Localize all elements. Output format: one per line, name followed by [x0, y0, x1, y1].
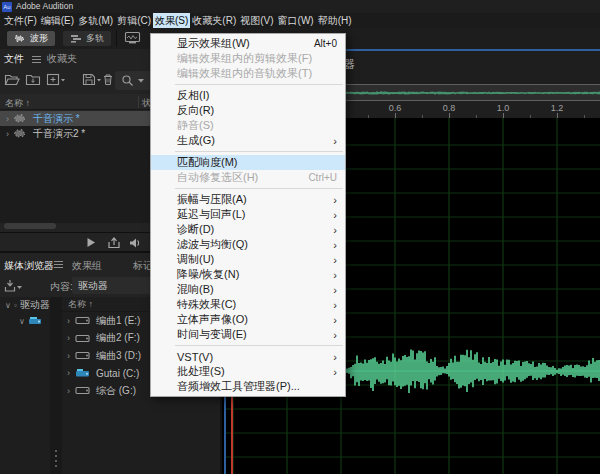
menu-item[interactable]: 立体声声像(O)› [151, 312, 345, 327]
menu-item[interactable]: 批处理(S)› [151, 364, 345, 379]
import-file-icon[interactable] [25, 73, 41, 86]
submenu-arrow-icon: › [333, 240, 337, 250]
drive-icon [75, 368, 90, 379]
menu-item-label: 匹配响度(M) [177, 155, 238, 170]
multitrack-view-button[interactable]: 多轨 [63, 31, 111, 46]
expand-chevron-icon[interactable]: › [67, 351, 70, 361]
menubar-item[interactable]: 视图(V) [238, 13, 275, 28]
menu-bar: 文件(F)编辑(E)多轨(M)剪辑(C)效果(S)收藏夹(R)视图(V)窗口(W… [0, 13, 600, 28]
submenu-arrow-icon: › [333, 210, 337, 220]
tab-media-browser[interactable]: 媒体浏览器 [4, 259, 54, 273]
submenu-arrow-icon: › [333, 300, 337, 310]
menu-item-label: 调制(U) [177, 252, 214, 267]
menu-item[interactable]: 匹配响度(M) [151, 155, 345, 170]
menubar-item[interactable]: 剪辑(C) [115, 13, 153, 28]
menu-item[interactable]: 自动修复选区(H)Ctrl+U [151, 170, 345, 185]
tab-effects-rack[interactable]: 效果组 [72, 259, 102, 273]
tab-files[interactable]: 文件 [4, 52, 24, 66]
open-file-icon[interactable] [4, 73, 20, 86]
expand-chevron-icon[interactable]: › [67, 333, 70, 343]
menu-item-label: 延迟与回声(L) [177, 207, 245, 222]
import-tray-icon[interactable] [4, 279, 24, 293]
drive-name: 编曲2 (F:) [96, 331, 140, 345]
file-name: 千音演示2 * [33, 127, 85, 141]
menu-item[interactable]: 生成(G)› [151, 133, 345, 148]
menu-item[interactable]: 混响(B)› [151, 282, 345, 297]
files-panel-tabs: 文件 收藏夹 [4, 52, 77, 66]
menu-item[interactable]: 特殊效果(C)› [151, 297, 345, 312]
panel-splitter[interactable] [50, 297, 62, 474]
menu-item[interactable]: 调制(U)› [151, 252, 345, 267]
drive-icon [75, 333, 90, 344]
menu-item[interactable]: 延迟与回声(L)› [151, 207, 345, 222]
menu-separator [175, 188, 343, 189]
expand-chevron-icon[interactable]: › [6, 114, 9, 124]
menu-item-label: 生成(G) [177, 133, 215, 148]
menu-item[interactable]: 反相(I) [151, 88, 345, 103]
menu-item[interactable]: 音频增效工具管理器(P)... [151, 379, 345, 394]
menu-item[interactable]: 静音(S) [151, 118, 345, 133]
menu-item-label: 振幅与压限(A) [177, 192, 247, 207]
menu-item[interactable]: 降噪/恢复(N)› [151, 267, 345, 282]
export-button[interactable] [107, 237, 121, 249]
save-icon[interactable] [82, 73, 102, 86]
menubar-item[interactable]: 编辑(E) [39, 13, 76, 28]
menubar-item[interactable]: 多轨(M) [76, 13, 115, 28]
sort-asc-icon: ↑ [89, 299, 94, 309]
column-divider[interactable] [138, 96, 139, 108]
drive-icon [75, 385, 90, 396]
tree-expand-icon[interactable]: ∨ [5, 301, 11, 310]
audio-file-icon [13, 128, 27, 139]
expand-chevron-icon[interactable]: › [6, 129, 9, 139]
menu-item-label: 编辑效果组内的音轨效果(T) [177, 66, 312, 81]
submenu-arrow-icon: › [333, 136, 337, 146]
ruler-time-label: 1.0 [497, 103, 510, 113]
menu-item-label: 反相(I) [177, 88, 209, 103]
tree-item-drives[interactable]: ∨ 驱动器 [0, 297, 50, 313]
expand-chevron-icon[interactable]: › [67, 386, 70, 396]
submenu-arrow-icon: › [333, 367, 337, 377]
tab-favorites[interactable]: 收藏夹 [47, 52, 77, 66]
menubar-item[interactable]: 收藏夹(R) [190, 13, 238, 28]
drive-name: Gutai (C:) [96, 368, 139, 379]
menubar-item[interactable]: 文件(F) [2, 13, 39, 28]
search-dropdown-caret-icon [137, 78, 145, 84]
tree-expand-icon[interactable]: ∨ [19, 317, 25, 326]
menubar-item[interactable]: 效果(S) [153, 13, 190, 28]
new-item-icon[interactable] [46, 73, 66, 86]
window-title: Adobe Audition [16, 1, 73, 12]
menu-item[interactable]: 振幅与压限(A)› [151, 192, 345, 207]
menu-item[interactable]: 反向(R) [151, 103, 345, 118]
menu-item[interactable]: VST(V)› [151, 349, 345, 364]
menu-item[interactable]: 编辑效果组内的音轨效果(T) [151, 66, 345, 81]
expand-chevron-icon[interactable]: › [67, 368, 70, 378]
waveform-view-button[interactable]: 波形 [7, 31, 55, 46]
panel-menu-icon[interactable] [54, 261, 63, 268]
ruler-time-label: 0.8 [443, 103, 456, 113]
drive-icon [75, 350, 90, 361]
multitrack-button-label: 多轨 [86, 32, 104, 45]
menu-item[interactable]: 诊断(D)› [151, 222, 345, 237]
menu-item[interactable]: 编辑效果组内的剪辑效果(F) [151, 51, 345, 66]
spectral-display-icon[interactable] [124, 31, 141, 44]
submenu-arrow-icon: › [333, 330, 337, 340]
expand-chevron-icon[interactable]: › [67, 316, 70, 326]
submenu-arrow-icon: › [333, 315, 337, 325]
menu-item[interactable]: 显示效果组(W)Alt+0 [151, 36, 345, 51]
play-button[interactable] [86, 237, 96, 248]
menu-item[interactable]: 滤波与均衡(Q)› [151, 237, 345, 252]
submenu-arrow-icon: › [333, 195, 337, 205]
tree-item-system-drive[interactable]: ∨ [0, 313, 50, 329]
menu-item[interactable]: 时间与变调(E)› [151, 327, 345, 342]
speaker-button[interactable] [126, 237, 141, 249]
drive-name: 编曲3 (D:) [96, 349, 141, 363]
delete-trash-icon[interactable] [102, 73, 114, 86]
panel-menu-icon[interactable] [32, 56, 41, 63]
menu-item-label: 音频增效工具管理器(P)... [177, 379, 300, 394]
menu-item-label: 立体声声像(O) [177, 312, 248, 327]
menubar-item[interactable]: 窗口(W) [276, 13, 316, 28]
files-horizontal-scrollbar[interactable] [4, 223, 56, 229]
menubar-item[interactable]: 帮助(H) [316, 13, 354, 28]
submenu-arrow-icon: › [333, 270, 337, 280]
submenu-arrow-icon: › [333, 225, 337, 235]
